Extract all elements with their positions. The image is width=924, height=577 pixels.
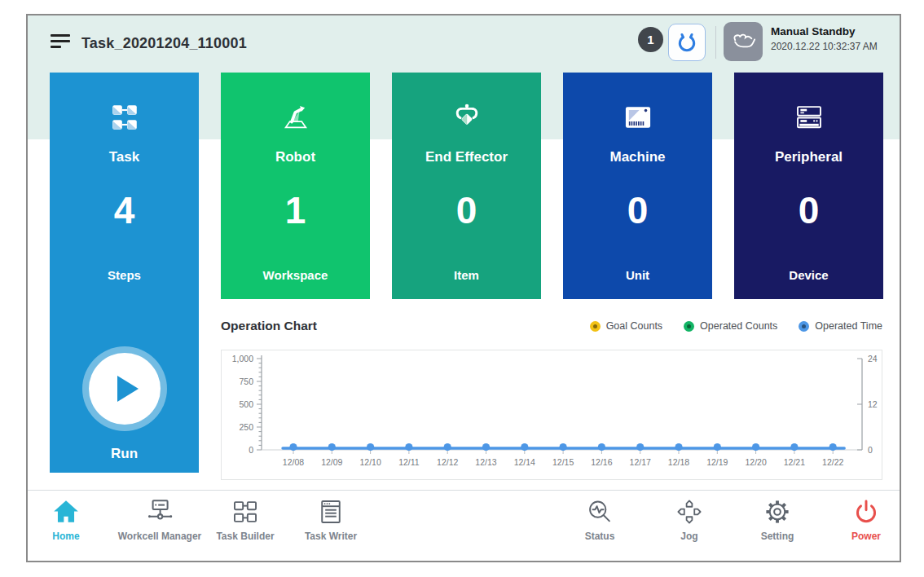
legend-dot-icon xyxy=(590,321,601,332)
manual-mode-button[interactable] xyxy=(724,22,763,61)
svg-text:24: 24 xyxy=(868,354,878,363)
card-peripheral[interactable]: Peripheral 0 Device xyxy=(734,73,883,299)
chart-header: Operation Chart Goal CountsOperated Coun… xyxy=(221,319,882,333)
nav-label: Status xyxy=(585,531,615,542)
nav-item-power[interactable]: Power xyxy=(813,498,901,560)
svg-text:12/19: 12/19 xyxy=(706,457,728,467)
chart-legend: Goal CountsOperated CountsOperated Time xyxy=(590,320,882,332)
svg-text:12/21: 12/21 xyxy=(784,457,805,467)
legend-dot-icon xyxy=(684,321,694,332)
gripper-tool-button[interactable] xyxy=(668,24,706,61)
mode-datetime: 2020.12.22 10:32:37 AM xyxy=(771,41,878,52)
legend-label: Operated Counts xyxy=(700,320,777,332)
card-unit: Steps xyxy=(50,268,199,282)
svg-text:12/15: 12/15 xyxy=(552,457,574,467)
card-title: Task xyxy=(50,149,199,165)
notification-badge[interactable]: 1 xyxy=(638,27,663,52)
svg-text:0: 0 xyxy=(868,445,873,455)
nav-label: Task Writer xyxy=(305,531,357,542)
gripper-icon xyxy=(676,32,697,53)
svg-text:12/17: 12/17 xyxy=(630,457,651,467)
run-button[interactable]: Run xyxy=(50,341,199,462)
mode-status: Manual Standby 2020.12.22 10:32:37 AM xyxy=(771,25,878,52)
svg-text:12/10: 12/10 xyxy=(359,457,381,467)
legend-label: Goal Counts xyxy=(606,320,662,332)
svg-text:12/13: 12/13 xyxy=(475,457,496,467)
nav-label: Jog xyxy=(680,531,697,542)
status-magnifier-icon xyxy=(585,498,614,526)
hamburger-menu-icon[interactable] xyxy=(51,33,72,52)
gear-icon xyxy=(763,498,792,526)
header-divider xyxy=(715,26,716,59)
nav-item-home[interactable]: Home xyxy=(26,498,119,560)
operation-chart: 02505007501,00012/0812/0912/1012/1112/12… xyxy=(221,350,882,480)
svg-text:12/08: 12/08 xyxy=(283,457,304,467)
robot-arm-icon xyxy=(221,94,370,141)
nav-label: Power xyxy=(851,531,881,542)
card-unit: Device xyxy=(734,268,883,282)
legend-item-operated-counts[interactable]: Operated Counts xyxy=(684,320,777,332)
card-value: 0 xyxy=(563,188,712,232)
nav-label: Home xyxy=(52,531,79,542)
peripheral-device-icon xyxy=(734,94,883,141)
svg-text:12/14: 12/14 xyxy=(514,457,535,467)
svg-text:12/11: 12/11 xyxy=(398,457,420,467)
svg-text:12/16: 12/16 xyxy=(591,457,612,467)
card-title: Peripheral xyxy=(734,149,883,165)
home-icon xyxy=(51,498,81,526)
card-unit: Unit xyxy=(563,268,712,282)
nav-item-task-writer[interactable]: Task Writer xyxy=(278,498,384,560)
card-end-effector[interactable]: End Effector 0 Item xyxy=(392,73,541,299)
chart-title: Operation Chart xyxy=(221,319,317,333)
svg-text:12: 12 xyxy=(868,399,878,409)
task-steps-icon xyxy=(50,94,199,141)
nav-label: Workcell Manager xyxy=(118,531,201,542)
legend-dot-icon xyxy=(799,321,809,332)
operation-chart-svg: 02505007501,00012/0812/0912/1012/1112/12… xyxy=(222,350,882,479)
hand-icon xyxy=(731,29,755,54)
legend-label: Operated Time xyxy=(815,320,882,332)
card-robot[interactable]: Robot 1 Workspace xyxy=(221,73,370,299)
nav-divider xyxy=(28,490,900,491)
card-title: Robot xyxy=(221,149,370,165)
svg-text:12/18: 12/18 xyxy=(668,457,689,467)
workcell-manager-icon xyxy=(145,498,174,526)
card-value: 0 xyxy=(392,188,541,232)
card-value: 4 xyxy=(50,188,199,232)
svg-text:500: 500 xyxy=(239,399,253,409)
task-builder-icon xyxy=(231,498,260,526)
card-value: 1 xyxy=(221,188,370,232)
svg-text:12/12: 12/12 xyxy=(437,457,458,467)
svg-text:0: 0 xyxy=(249,445,253,455)
svg-text:12/22: 12/22 xyxy=(822,457,843,467)
svg-text:250: 250 xyxy=(239,422,253,432)
legend-item-operated-time[interactable]: Operated Time xyxy=(799,320,882,332)
card-unit: Workspace xyxy=(221,268,370,282)
chart-canvas: 02505007501,00012/0812/0912/1012/1112/12… xyxy=(222,350,882,482)
gripper-item-icon xyxy=(392,94,541,141)
jog-dpad-icon xyxy=(675,498,704,526)
svg-text:12/20: 12/20 xyxy=(745,457,766,467)
card-value: 0 xyxy=(734,188,883,232)
svg-text:750: 750 xyxy=(239,377,253,386)
run-label: Run xyxy=(50,446,199,462)
card-machine[interactable]: Machine 0 Unit xyxy=(563,73,712,299)
svg-text:12/09: 12/09 xyxy=(321,457,342,467)
card-title: Machine xyxy=(563,149,712,165)
app-window: Task_20201204_110001 1 Manual Standby 20… xyxy=(26,14,901,562)
power-icon xyxy=(851,498,881,526)
card-task[interactable]: Task 4 Steps Run xyxy=(50,73,199,473)
page-title: Task_20201204_110001 xyxy=(81,35,247,52)
mode-label: Manual Standby xyxy=(771,25,878,37)
legend-item-goal-counts[interactable]: Goal Counts xyxy=(590,320,662,332)
task-writer-icon xyxy=(316,498,345,526)
card-title: End Effector xyxy=(392,149,541,165)
nav-label: Setting xyxy=(761,531,794,542)
machine-icon xyxy=(563,94,712,141)
svg-text:1,000: 1,000 xyxy=(232,354,253,363)
nav-label: Task Builder xyxy=(216,531,274,542)
card-unit: Item xyxy=(392,268,541,282)
play-icon xyxy=(89,353,161,425)
